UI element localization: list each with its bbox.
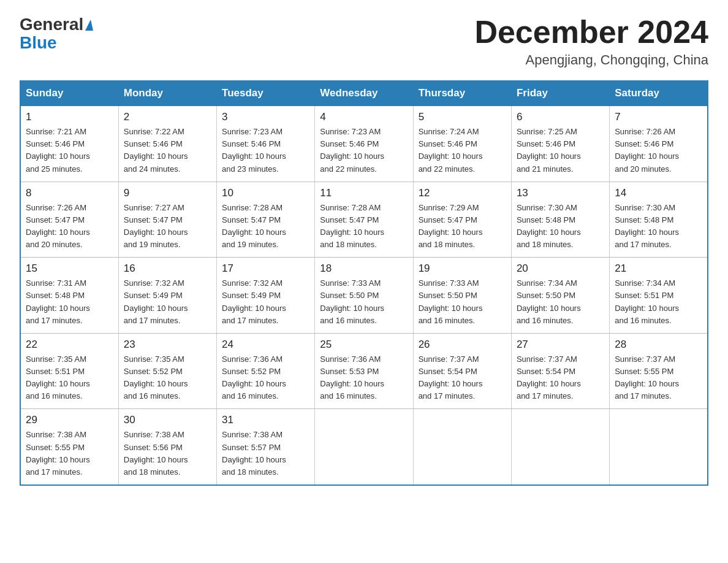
day-number: 3 (222, 111, 309, 123)
day-number: 14 (615, 187, 702, 199)
table-row: 10Sunrise: 7:28 AMSunset: 5:47 PMDayligh… (217, 182, 315, 258)
day-number: 24 (222, 339, 309, 351)
day-info: Sunrise: 7:28 AMSunset: 5:47 PMDaylight:… (320, 202, 408, 251)
day-number: 31 (222, 414, 309, 426)
col-monday: Monday (118, 81, 216, 106)
day-number: 6 (517, 111, 604, 123)
table-row: 16Sunrise: 7:32 AMSunset: 5:49 PMDayligh… (118, 258, 216, 334)
day-info: Sunrise: 7:31 AMSunset: 5:48 PMDaylight:… (26, 277, 113, 327)
day-number: 26 (419, 339, 506, 351)
day-number: 2 (124, 111, 211, 123)
day-number: 15 (26, 262, 113, 275)
table-row: 26Sunrise: 7:37 AMSunset: 5:54 PMDayligh… (413, 333, 511, 409)
day-number: 27 (517, 339, 604, 351)
day-info: Sunrise: 7:26 AMSunset: 5:47 PMDaylight:… (26, 202, 113, 251)
table-row: 15Sunrise: 7:31 AMSunset: 5:48 PMDayligh… (20, 258, 118, 334)
table-row: 7Sunrise: 7:26 AMSunset: 5:46 PMDaylight… (610, 106, 708, 182)
table-row: 6Sunrise: 7:25 AMSunset: 5:46 PMDaylight… (511, 106, 609, 182)
day-info: Sunrise: 7:23 AMSunset: 5:46 PMDaylight:… (320, 126, 408, 175)
logo-general-text: General (20, 15, 83, 34)
subtitle: Apengjiang, Chongqing, China (474, 52, 708, 68)
day-info: Sunrise: 7:35 AMSunset: 5:52 PMDaylight:… (124, 353, 211, 403)
table-row: 30Sunrise: 7:38 AMSunset: 5:56 PMDayligh… (118, 409, 216, 485)
day-info: Sunrise: 7:29 AMSunset: 5:47 PMDaylight:… (419, 202, 506, 251)
day-number: 17 (222, 262, 309, 275)
day-info: Sunrise: 7:22 AMSunset: 5:46 PMDaylight:… (124, 126, 211, 175)
day-number: 28 (615, 339, 702, 351)
day-info: Sunrise: 7:37 AMSunset: 5:54 PMDaylight:… (419, 353, 506, 403)
day-number: 23 (124, 339, 211, 351)
day-number: 16 (124, 262, 211, 275)
title-block: December 2024 Apengjiang, Chongqing, Chi… (474, 15, 708, 68)
day-info: Sunrise: 7:38 AMSunset: 5:56 PMDaylight:… (124, 429, 211, 478)
day-info: Sunrise: 7:37 AMSunset: 5:54 PMDaylight:… (517, 353, 604, 403)
col-thursday: Thursday (413, 81, 511, 106)
table-row: 19Sunrise: 7:33 AMSunset: 5:50 PMDayligh… (413, 258, 511, 334)
table-row (413, 409, 511, 485)
table-row: 28Sunrise: 7:37 AMSunset: 5:55 PMDayligh… (610, 333, 708, 409)
table-row: 24Sunrise: 7:36 AMSunset: 5:52 PMDayligh… (217, 333, 315, 409)
col-wednesday: Wednesday (315, 81, 413, 106)
table-row: 29Sunrise: 7:38 AMSunset: 5:55 PMDayligh… (20, 409, 118, 485)
day-info: Sunrise: 7:33 AMSunset: 5:50 PMDaylight:… (419, 277, 506, 327)
day-number: 4 (320, 111, 408, 123)
table-row: 14Sunrise: 7:30 AMSunset: 5:48 PMDayligh… (610, 182, 708, 258)
day-info: Sunrise: 7:23 AMSunset: 5:46 PMDaylight:… (222, 126, 309, 175)
day-number: 25 (320, 339, 408, 351)
table-row: 9Sunrise: 7:27 AMSunset: 5:47 PMDaylight… (118, 182, 216, 258)
day-number: 7 (615, 111, 702, 123)
day-info: Sunrise: 7:32 AMSunset: 5:49 PMDaylight:… (124, 277, 211, 327)
day-info: Sunrise: 7:38 AMSunset: 5:55 PMDaylight:… (26, 429, 113, 478)
day-info: Sunrise: 7:33 AMSunset: 5:50 PMDaylight:… (320, 277, 408, 327)
table-row: 8Sunrise: 7:26 AMSunset: 5:47 PMDaylight… (20, 182, 118, 258)
day-info: Sunrise: 7:21 AMSunset: 5:46 PMDaylight:… (26, 126, 113, 175)
table-row: 18Sunrise: 7:33 AMSunset: 5:50 PMDayligh… (315, 258, 413, 334)
table-row: 17Sunrise: 7:32 AMSunset: 5:49 PMDayligh… (217, 258, 315, 334)
day-info: Sunrise: 7:34 AMSunset: 5:51 PMDaylight:… (615, 277, 702, 327)
day-number: 22 (26, 339, 113, 351)
calendar-week-row: 1Sunrise: 7:21 AMSunset: 5:46 PMDaylight… (20, 106, 708, 182)
day-info: Sunrise: 7:30 AMSunset: 5:48 PMDaylight:… (615, 202, 702, 251)
table-row: 22Sunrise: 7:35 AMSunset: 5:51 PMDayligh… (20, 333, 118, 409)
day-number: 1 (26, 111, 113, 123)
day-info: Sunrise: 7:37 AMSunset: 5:55 PMDaylight:… (615, 353, 702, 403)
table-row: 4Sunrise: 7:23 AMSunset: 5:46 PMDaylight… (315, 106, 413, 182)
col-friday: Friday (511, 81, 609, 106)
table-row: 20Sunrise: 7:34 AMSunset: 5:50 PMDayligh… (511, 258, 609, 334)
day-info: Sunrise: 7:36 AMSunset: 5:52 PMDaylight:… (222, 353, 309, 403)
day-number: 29 (26, 414, 113, 426)
day-number: 21 (615, 262, 702, 275)
logo-blue-text: Blue (20, 33, 57, 53)
logo: General Blue (20, 15, 93, 53)
day-info: Sunrise: 7:32 AMSunset: 5:49 PMDaylight:… (222, 277, 309, 327)
table-row: 1Sunrise: 7:21 AMSunset: 5:46 PMDaylight… (20, 106, 118, 182)
col-tuesday: Tuesday (217, 81, 315, 106)
table-row (315, 409, 413, 485)
table-row: 11Sunrise: 7:28 AMSunset: 5:47 PMDayligh… (315, 182, 413, 258)
day-info: Sunrise: 7:35 AMSunset: 5:51 PMDaylight:… (26, 353, 113, 403)
day-number: 5 (419, 111, 506, 123)
calendar-header-row: Sunday Monday Tuesday Wednesday Thursday… (20, 81, 708, 106)
table-row: 25Sunrise: 7:36 AMSunset: 5:53 PMDayligh… (315, 333, 413, 409)
table-row: 5Sunrise: 7:24 AMSunset: 5:46 PMDaylight… (413, 106, 511, 182)
day-number: 11 (320, 187, 408, 199)
day-info: Sunrise: 7:24 AMSunset: 5:46 PMDaylight:… (419, 126, 506, 175)
calendar-week-row: 15Sunrise: 7:31 AMSunset: 5:48 PMDayligh… (20, 258, 708, 334)
day-info: Sunrise: 7:36 AMSunset: 5:53 PMDaylight:… (320, 353, 408, 403)
day-info: Sunrise: 7:25 AMSunset: 5:46 PMDaylight:… (517, 126, 604, 175)
day-number: 20 (517, 262, 604, 275)
col-sunday: Sunday (20, 81, 118, 106)
day-number: 12 (419, 187, 506, 199)
day-info: Sunrise: 7:26 AMSunset: 5:46 PMDaylight:… (615, 126, 702, 175)
table-row: 3Sunrise: 7:23 AMSunset: 5:46 PMDaylight… (217, 106, 315, 182)
calendar-table: Sunday Monday Tuesday Wednesday Thursday… (20, 80, 708, 486)
table-row: 23Sunrise: 7:35 AMSunset: 5:52 PMDayligh… (118, 333, 216, 409)
day-info: Sunrise: 7:30 AMSunset: 5:48 PMDaylight:… (517, 202, 604, 251)
calendar-week-row: 8Sunrise: 7:26 AMSunset: 5:47 PMDaylight… (20, 182, 708, 258)
table-row (511, 409, 609, 485)
logo-triangle-icon (85, 20, 93, 31)
calendar-week-row: 22Sunrise: 7:35 AMSunset: 5:51 PMDayligh… (20, 333, 708, 409)
main-title: December 2024 (474, 15, 708, 50)
table-row: 13Sunrise: 7:30 AMSunset: 5:48 PMDayligh… (511, 182, 609, 258)
day-number: 19 (419, 262, 506, 275)
